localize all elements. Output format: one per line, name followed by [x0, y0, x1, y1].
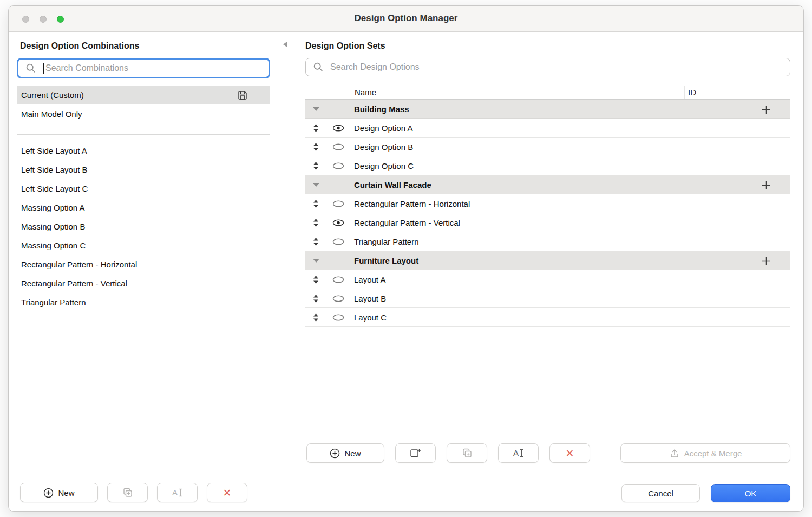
- combination-item[interactable]: Rectangular Pattern - Vertical: [17, 274, 270, 293]
- save-icon[interactable]: [237, 90, 248, 101]
- combination-item[interactable]: Massing Option A: [17, 198, 270, 217]
- ok-button[interactable]: OK: [711, 484, 790, 502]
- option-name: Rectangular Pattern - Horizontal: [351, 199, 684, 208]
- drag-handle-icon[interactable]: [305, 275, 326, 284]
- rename-option-button[interactable]: A: [498, 443, 539, 463]
- accept-merge-button[interactable]: Accept & Merge: [620, 443, 790, 463]
- chevron-down-icon[interactable]: [313, 259, 319, 263]
- drag-handle-icon[interactable]: [305, 161, 326, 171]
- option-row[interactable]: Triangular Pattern: [305, 232, 790, 251]
- option-row[interactable]: Rectangular Pattern - Horizontal: [305, 194, 790, 213]
- rename-icon: A: [172, 487, 184, 498]
- visibility-eye-icon[interactable]: [332, 313, 345, 322]
- combination-item-current[interactable]: Current (Custom): [17, 86, 270, 104]
- duplicate-option-button[interactable]: [447, 443, 487, 463]
- column-drag: [305, 86, 326, 99]
- option-row[interactable]: Design Option A: [305, 119, 790, 138]
- option-name: Design Option A: [351, 123, 684, 133]
- option-row[interactable]: Design Option B: [305, 138, 790, 156]
- new-combination-button[interactable]: New: [20, 483, 98, 502]
- delete-option-button[interactable]: ✕: [549, 443, 590, 463]
- drag-handle-icon[interactable]: [305, 142, 326, 152]
- option-set-header[interactable]: Curtain Wall Facade: [305, 175, 790, 194]
- option-row[interactable]: Rectangular Pattern - Vertical: [305, 213, 790, 232]
- cancel-button[interactable]: Cancel: [621, 484, 700, 502]
- column-visibility: [326, 86, 351, 99]
- chevron-down-icon[interactable]: [313, 107, 319, 111]
- combination-item[interactable]: Rectangular Pattern - Horizontal: [17, 255, 270, 274]
- new-option-set-button[interactable]: New: [306, 443, 384, 463]
- visibility-eye-icon[interactable]: [332, 143, 345, 151]
- combinations-search-input[interactable]: [45, 63, 269, 73]
- option-sets-search-box: [305, 58, 790, 76]
- accept-merge-label: Accept & Merge: [684, 449, 742, 458]
- duplicate-icon: [462, 448, 473, 459]
- search-icon: [313, 62, 324, 73]
- add-option-button[interactable]: [760, 255, 772, 267]
- drag-handle-icon[interactable]: [305, 123, 326, 133]
- merge-up-arrow-icon: [669, 448, 680, 459]
- combination-item[interactable]: Massing Option B: [17, 217, 270, 236]
- text-caret: [43, 63, 44, 74]
- combination-item[interactable]: Left Side Layout B: [17, 160, 270, 179]
- column-extra-2: [783, 86, 790, 99]
- option-name: Layout B: [351, 294, 684, 303]
- design-option-manager-window: Design Option Manager Design Option Comb…: [8, 5, 804, 512]
- plus-circle-icon: [330, 448, 340, 459]
- visibility-eye-icon[interactable]: [332, 238, 345, 246]
- duplicate-combination-button[interactable]: [107, 483, 148, 502]
- search-icon: [25, 63, 36, 74]
- new-button-label: New: [58, 488, 74, 498]
- drag-handle-icon[interactable]: [305, 237, 326, 246]
- visibility-eye-icon[interactable]: [332, 219, 345, 227]
- footer-separator: [291, 474, 803, 474]
- drag-handle-icon[interactable]: [305, 313, 326, 322]
- delete-combination-button[interactable]: ✕: [207, 483, 247, 502]
- option-row[interactable]: Layout B: [305, 289, 790, 308]
- option-name: Layout C: [351, 313, 684, 322]
- option-sets-search-input[interactable]: [330, 62, 790, 72]
- combination-label: Main Model Only: [21, 109, 82, 119]
- drag-handle-icon[interactable]: [305, 294, 326, 303]
- combination-label: Rectangular Pattern - Horizontal: [21, 260, 137, 269]
- combination-item[interactable]: Left Side Layout A: [17, 141, 270, 160]
- option-set-header[interactable]: Furniture Layout: [305, 251, 790, 270]
- visibility-eye-icon[interactable]: [332, 200, 345, 208]
- visibility-eye-icon[interactable]: [332, 276, 345, 284]
- option-set-header[interactable]: Building Mass: [305, 100, 790, 119]
- panel-splitter[interactable]: [278, 32, 291, 511]
- visibility-eye-icon[interactable]: [332, 162, 345, 170]
- combination-item[interactable]: Left Side Layout C: [17, 179, 270, 198]
- option-set-name: Curtain Wall Facade: [351, 180, 684, 189]
- combination-item[interactable]: Massing Option C: [17, 236, 270, 255]
- option-row[interactable]: Layout A: [305, 270, 790, 289]
- combinations-search-box: [17, 58, 270, 78]
- drag-handle-icon[interactable]: [305, 218, 326, 227]
- add-option-button[interactable]: [760, 179, 772, 191]
- add-option-button[interactable]: [760, 103, 772, 115]
- combination-label: Left Side Layout C: [21, 184, 88, 193]
- combination-label: Massing Option C: [21, 241, 86, 250]
- collapse-left-icon[interactable]: [283, 42, 287, 47]
- option-set-name: Furniture Layout: [351, 256, 684, 265]
- svg-text:A: A: [513, 448, 519, 457]
- combination-item[interactable]: Main Model Only: [17, 104, 270, 123]
- column-name: Name: [351, 86, 684, 99]
- option-name: Design Option B: [351, 142, 684, 152]
- list-separator: [17, 134, 270, 135]
- option-sets-table: Building Mass Design Option A Design Opt…: [305, 100, 790, 327]
- combination-label: Current (Custom): [21, 90, 84, 100]
- window-title: Design Option Manager: [9, 13, 803, 24]
- combination-item[interactable]: Triangular Pattern: [17, 293, 270, 312]
- visibility-eye-icon[interactable]: [332, 124, 345, 132]
- rename-combination-button[interactable]: A: [157, 483, 198, 502]
- drag-handle-icon[interactable]: [305, 199, 326, 208]
- option-row[interactable]: Layout C: [305, 308, 790, 327]
- new-folder-button[interactable]: [395, 443, 436, 463]
- visibility-eye-icon[interactable]: [332, 295, 345, 303]
- chevron-down-icon[interactable]: [313, 183, 319, 187]
- combination-label: Left Side Layout B: [21, 165, 88, 174]
- option-name: Rectangular Pattern - Vertical: [351, 218, 684, 227]
- option-sets-toolbar: New A: [306, 443, 790, 463]
- option-row[interactable]: Design Option C: [305, 156, 790, 175]
